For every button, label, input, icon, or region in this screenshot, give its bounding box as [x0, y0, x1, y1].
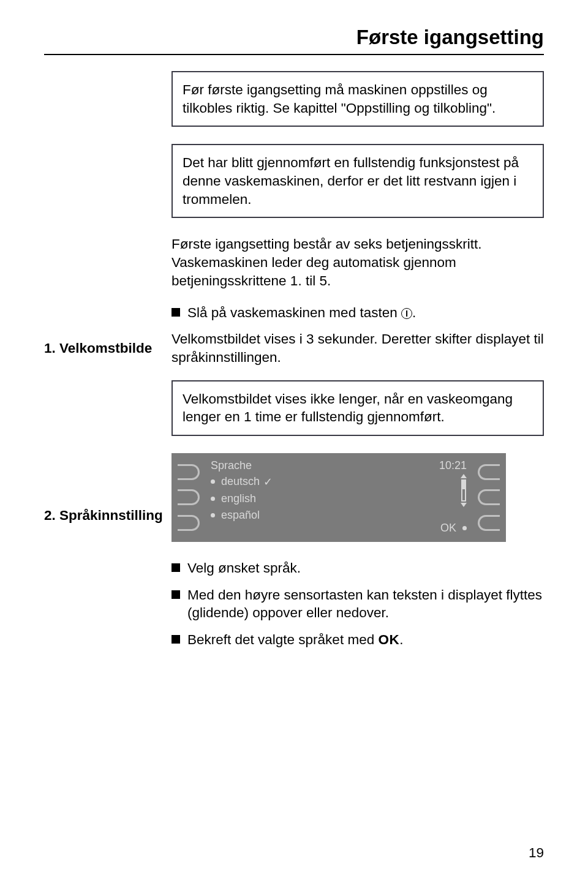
intro-paragraph: Første igangsetting består av seks betje… [172, 235, 544, 290]
display-item-0[interactable]: deutsch ✓ [207, 473, 470, 490]
bullet-text: Bekreft det valgte språket med OK. [187, 631, 544, 649]
bullet-text-pre: Bekreft det valgte språket med [187, 632, 378, 647]
bullet-square-icon [172, 590, 180, 599]
page: Første igangsetting Før første igangsett… [0, 0, 588, 883]
sensor-button-left-1[interactable] [178, 464, 200, 480]
sensor-button-right-1[interactable] [478, 464, 500, 480]
display-item-label: español [221, 509, 260, 522]
sensor-button-left-2[interactable] [178, 489, 200, 505]
display-header-row: Sprache 10:21 [207, 458, 470, 473]
right-sensor-buttons [478, 453, 500, 542]
section-1-content: Slå på vaskemaskinen med tasten . Velkom… [172, 304, 544, 436]
bullet-confirm-ok: Bekreft det valgte språket med OK. [172, 631, 544, 649]
welcome-paragraph: Velkomstbildet vises i 3 sekunder. Deret… [172, 330, 544, 366]
left-sensor-buttons [178, 453, 200, 542]
scroll-track [461, 479, 466, 502]
bullet-dot-icon [211, 479, 215, 484]
display-item-2[interactable]: español [207, 507, 470, 524]
bullet-text: Slå på vaskemaskinen med tasten . [187, 304, 544, 322]
section-heading-1: 1. Velkomstbilde [44, 340, 167, 357]
bullet-dot-icon [462, 526, 467, 530]
display-header: Sprache [211, 459, 252, 472]
info-box-3: Velkomstbildet vises ikke lenger, når en… [172, 380, 544, 436]
title-block: Første igangsetting [44, 26, 544, 49]
chevron-up-icon [461, 474, 467, 478]
page-number: 19 [529, 845, 544, 861]
bullet-select-language: Velg ønsket språk. [172, 559, 544, 577]
display-time: 10:21 [439, 459, 467, 472]
bullet-text-post: . [399, 632, 403, 647]
bullet-dot-icon [211, 497, 215, 501]
bullet-square-icon [172, 563, 180, 572]
bullet-scroll-info: Med den høyre sensortasten kan teksten i… [172, 586, 544, 622]
display-ok-row[interactable]: OK [440, 522, 467, 535]
content-column: Før første igangsetting må maskinen opps… [172, 71, 544, 290]
display-screen: Sprache 10:21 deutsch ✓ english español [207, 458, 470, 537]
ok-glyph: OK [378, 632, 399, 647]
bullet-text-pre: Slå på vaskemaskinen med tasten [187, 305, 401, 320]
bullet-text: Med den høyre sensortasten kan teksten i… [187, 586, 544, 622]
bullet-text-post: . [412, 305, 416, 320]
display-ok-label: OK [440, 522, 456, 535]
bullet-power-on: Slå på vaskemaskinen med tasten . [172, 304, 544, 322]
bullet-text: Velg ønsket språk. [187, 559, 544, 577]
info-box-1: Før første igangsetting må maskinen opps… [172, 71, 544, 127]
display-item-label: deutsch [221, 475, 260, 488]
display-item-1[interactable]: english [207, 490, 470, 507]
power-icon [401, 308, 412, 319]
chevron-down-icon [461, 503, 467, 507]
bullet-square-icon [172, 308, 180, 317]
sensor-button-left-3[interactable] [178, 515, 200, 531]
check-icon: ✓ [263, 475, 273, 489]
display-item-label: english [221, 492, 256, 505]
appliance-display: Sprache 10:21 deutsch ✓ english español [172, 453, 506, 542]
section-2-content: Sprache 10:21 deutsch ✓ english español [172, 453, 544, 649]
bullet-dot-icon [211, 513, 215, 517]
sensor-button-right-3[interactable] [478, 515, 500, 531]
scroll-thumb [462, 481, 465, 489]
section-heading-2: 2. Språkinnstilling [44, 507, 167, 524]
page-title: Første igangsetting [44, 26, 544, 49]
bullet-square-icon [172, 635, 180, 644]
info-box-2: Det har blitt gjennomført en fullstendig… [172, 144, 544, 218]
title-rule [44, 54, 544, 55]
scroll-indicator [461, 474, 467, 507]
sensor-button-right-2[interactable] [478, 489, 500, 505]
